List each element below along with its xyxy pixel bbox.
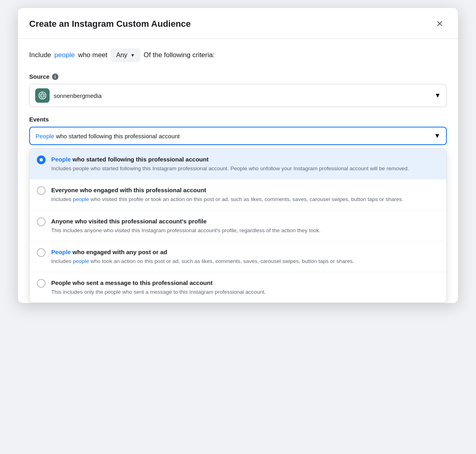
source-left: sonnenbergmedia (35, 88, 102, 103)
radio-post-ad (37, 248, 46, 257)
criteria-suffix: Of the following criteria: (144, 51, 215, 59)
events-blue-text: People (36, 133, 54, 139)
any-dropdown[interactable]: Any ▼ (111, 48, 140, 62)
source-info-icon[interactable]: i (52, 74, 58, 80)
events-section: Events People who started following this… (29, 116, 447, 145)
modal-title: Create an Instagram Custom Audience (29, 19, 191, 29)
any-label: Any (116, 52, 128, 59)
modal-body: Include people who meet Any ▼ Of the fol… (18, 39, 458, 303)
who-meet-text: who meet (78, 51, 108, 59)
item-title-follow: People who started following this profes… (51, 155, 439, 163)
events-rest-text: who started following this professional … (56, 133, 180, 139)
source-account-icon (35, 88, 50, 103)
dropdown-item-follow[interactable]: People who started following this profes… (30, 149, 446, 179)
source-label: Source i (29, 73, 447, 80)
item-desc-engaged: Includes people who visited this profile… (51, 195, 439, 203)
dropdown-item-visited[interactable]: Anyone who visited this professional acc… (30, 211, 446, 241)
radio-visited (37, 217, 46, 226)
source-dropdown[interactable]: sonnenbergmedia ▼ (29, 84, 447, 107)
item-desc-visited: This includes anyone who visited this In… (51, 227, 439, 235)
create-audience-modal: Create an Instagram Custom Audience ✕ In… (18, 8, 458, 303)
dropdown-item-post-ad[interactable]: People who engaged with any post or ad I… (30, 241, 446, 272)
events-dropdown-menu: People who started following this profes… (29, 148, 447, 303)
radio-dot (40, 158, 43, 161)
item-title-post-ad: People who engaged with any post or ad (51, 248, 439, 256)
item-title-message: People who sent a message to this profes… (51, 279, 439, 287)
events-selected-text: People who started following this profes… (36, 133, 180, 139)
close-button[interactable]: ✕ (432, 17, 447, 31)
events-dropdown[interactable]: People who started following this profes… (29, 127, 447, 145)
radio-follow (37, 155, 46, 164)
modal-header: Create an Instagram Custom Audience ✕ (18, 8, 458, 39)
item-desc-message: This includes only the people who sent a… (51, 288, 439, 296)
source-name: sonnenbergmedia (54, 92, 102, 99)
chevron-down-icon: ▼ (130, 53, 135, 58)
dropdown-item-engaged[interactable]: Everyone who engaged with this professio… (30, 179, 446, 210)
close-icon: ✕ (436, 19, 443, 29)
dropdown-item-message[interactable]: People who sent a message to this profes… (30, 272, 446, 303)
item-content-follow: People who started following this profes… (51, 155, 439, 173)
item-content-post-ad: People who engaged with any post or ad I… (51, 248, 439, 265)
item-desc-post-ad: Includes people who took an action on th… (51, 257, 439, 265)
include-prefix: Include (29, 51, 51, 59)
item-content-visited: Anyone who visited this professional acc… (51, 217, 439, 235)
item-title-visited: Anyone who visited this professional acc… (51, 217, 439, 225)
include-row: Include people who meet Any ▼ Of the fol… (29, 48, 447, 62)
source-section: Source i sonnenbergmedia ▼ (29, 73, 447, 107)
radio-engaged (37, 186, 46, 195)
people-label: people (54, 51, 75, 59)
radio-message (37, 279, 46, 288)
source-chevron-icon: ▼ (434, 92, 441, 99)
events-chevron-icon: ▼ (434, 132, 440, 139)
item-desc-follow: Includes people who started following th… (51, 165, 439, 173)
item-title-engaged: Everyone who engaged with this professio… (51, 186, 439, 194)
item-content-message: People who sent a message to this profes… (51, 279, 439, 296)
item-content-engaged: Everyone who engaged with this professio… (51, 186, 439, 203)
events-label: Events (29, 116, 447, 123)
